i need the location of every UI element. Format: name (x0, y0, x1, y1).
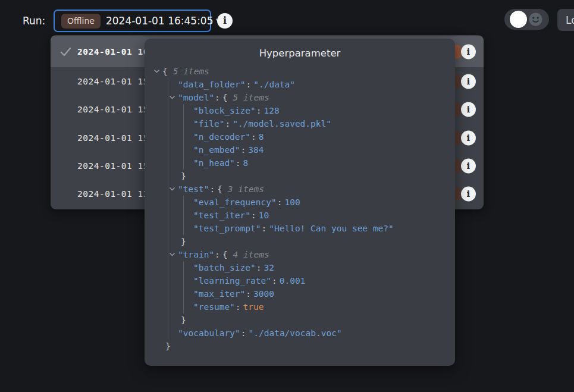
json-key: "test_iter" (193, 211, 250, 220)
json-line: "resume":true (193, 300, 455, 313)
json-line: } (178, 313, 455, 327)
json-key: "train" (178, 250, 214, 259)
json-line: {5 items (162, 65, 455, 78)
run-timestamp: 2024-01-01 16 (77, 47, 149, 57)
json-key: "data_folder" (178, 80, 246, 89)
log-button[interactable]: Log (557, 9, 574, 31)
json-open-brace: { (222, 93, 228, 102)
json-value-number: 128 (264, 106, 280, 115)
json-collapse-caret[interactable] (169, 92, 176, 102)
json-key: "block_size" (193, 106, 256, 115)
json-value-number: 3000 (253, 289, 274, 299)
json-value-number: 10 (259, 211, 269, 220)
json-close-brace: } (181, 237, 186, 246)
json-value-number: 8 (259, 132, 264, 142)
run-info-icon[interactable]: i (217, 13, 233, 29)
json-colon: : (246, 289, 251, 299)
json-line: } (178, 170, 455, 183)
json-colon: : (225, 119, 230, 128)
json-line: "file":"./model.saved.pkl" (193, 117, 455, 130)
json-value-string: "./data" (253, 80, 295, 89)
json-colon: : (246, 80, 252, 89)
check-icon (59, 46, 77, 58)
json-item-count: 3 items (228, 184, 264, 194)
json-key: "model" (178, 93, 214, 102)
json-object: "test":{3 items"eval_frequency":100"test… (178, 183, 455, 248)
json-value-string: "./model.saved.pkl" (233, 119, 331, 128)
json-line: "learning_rate":0.001 (193, 274, 455, 287)
json-line: "vocabulary":"./data/vocab.voc" (178, 327, 455, 340)
json-value-number: 0.001 (280, 276, 306, 286)
json-key: "n_head" (193, 158, 235, 168)
json-value-number: 384 (248, 145, 264, 155)
json-key: "n_embed" (193, 145, 240, 155)
json-children: "batch_size":32"learning_rate":0.001"max… (183, 261, 455, 313)
run-info-icon[interactable]: i (461, 130, 476, 145)
theme-toggle[interactable] (504, 9, 549, 30)
run-info-icon[interactable]: i (461, 45, 476, 59)
json-value-boolean: true (243, 302, 264, 312)
json-collapse-caret[interactable] (169, 183, 176, 194)
json-line: "eval_frequency":100 (193, 196, 455, 209)
json-line: "n_head":8 (193, 156, 455, 170)
json-line: "train":{4 items (178, 248, 455, 261)
json-line: "n_embed":384 (193, 143, 455, 156)
json-line: "model":{5 items (178, 91, 455, 104)
toggle-thumb[interactable] (510, 11, 527, 28)
run-timestamp: 2024-01-01 15 (77, 161, 149, 171)
json-colon: : (262, 224, 267, 233)
json-colon: : (251, 132, 256, 142)
status-badge: Offline (61, 14, 101, 29)
json-key: "test" (178, 184, 209, 194)
smiley-icon (529, 12, 542, 29)
run-timestamp: 2024-01-01 15 (77, 105, 149, 114)
json-colon: : (272, 276, 277, 286)
run-select-value: 2024-01-01 16:45:05 (106, 15, 214, 27)
json-value-number: 8 (243, 158, 249, 168)
json-close-brace: } (181, 315, 186, 325)
hyperparameter-tooltip: Hyperparameter {5 items"data_folder":"./… (145, 39, 455, 366)
json-collapse-caret[interactable] (153, 65, 161, 76)
json-object: {5 items"data_folder":"./data""model":{5… (162, 65, 455, 353)
json-line: "test_iter":10 (193, 209, 455, 222)
json-colon: : (236, 158, 241, 168)
json-value-string: "Hello! Can you see me?" (269, 224, 394, 233)
json-line: } (178, 235, 455, 248)
json-line: "test":{3 items (178, 183, 455, 196)
run-info-icon[interactable]: i (461, 187, 476, 202)
json-children: "data_folder":"./data""model":{5 items"b… (168, 78, 455, 340)
json-object: "model":{5 items"block_size":128"file":"… (178, 91, 455, 183)
json-value-string: "./data/vocab.voc" (249, 328, 342, 338)
json-line: "n_decoder":8 (193, 130, 455, 143)
json-colon: : (209, 184, 215, 194)
json-close-brace: } (181, 171, 186, 181)
json-colon: : (215, 250, 220, 259)
json-collapse-caret[interactable] (169, 249, 176, 259)
json-key: "vocabulary" (178, 328, 240, 338)
json-colon: : (241, 145, 246, 155)
json-key: "resume" (193, 302, 235, 312)
json-colon: : (241, 328, 246, 338)
run-select-dropdown[interactable]: Offline 2024-01-01 16:45:05 (54, 10, 211, 32)
json-colon: : (251, 211, 256, 220)
json-line: "max_iter":3000 (193, 287, 455, 300)
json-item-count: 4 items (233, 250, 269, 259)
json-value-number: 100 (284, 197, 300, 207)
run-info-icon[interactable]: i (461, 102, 476, 117)
json-value-number: 32 (264, 263, 274, 272)
json-object: "train":{4 items"batch_size":32"learning… (178, 248, 455, 327)
json-children: "block_size":128"file":"./model.saved.pk… (183, 104, 455, 170)
json-open-brace: { (222, 250, 228, 259)
json-key: "file" (193, 119, 224, 128)
run-info-icon[interactable]: i (461, 158, 476, 173)
json-colon: : (236, 302, 241, 312)
json-item-count: 5 items (173, 67, 209, 76)
json-key: "test_prompt" (193, 224, 261, 233)
json-colon: : (277, 197, 283, 207)
json-line: "data_folder":"./data" (178, 78, 455, 91)
run-info-icon[interactable]: i (461, 74, 476, 89)
json-key: "batch_size" (193, 263, 256, 272)
json-colon: : (215, 93, 220, 102)
run-timestamp: 2024-01-01 13 (77, 189, 149, 199)
json-line: } (162, 340, 455, 353)
